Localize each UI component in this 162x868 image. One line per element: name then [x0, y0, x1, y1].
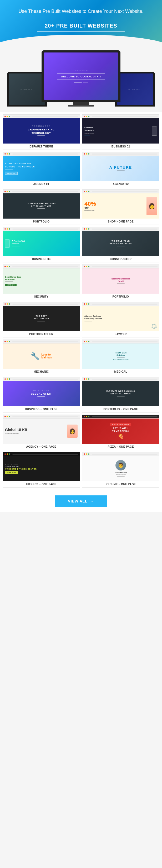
- dot-yellow: [6, 341, 8, 342]
- grid-item-resume-op[interactable]: 👨 Mark Hillery Web Designer RESUME – ONE…: [82, 452, 159, 488]
- item-label: PORTFOLIO: [82, 293, 159, 300]
- dot-red: [4, 416, 6, 417]
- grid-item-agency-op[interactable]: Global UI Kit Professional Agency 👩 AGEN…: [3, 414, 80, 450]
- grid-item-lawyer[interactable]: Advisory BusinessConsulting Services ⚖️ …: [82, 302, 159, 337]
- grid-item-portfolio-op[interactable]: ULTIMATE WEB BUILDINGKIT OF ALL TIMES PO…: [82, 377, 159, 412]
- grid-item-business-op[interactable]: WELCOME TO GLOBAL UI KIT BUSINESS – ONE …: [3, 377, 80, 412]
- grid-item-photographer[interactable]: THE BESTPHOTGRAFER PHOTOGRAPHER: [3, 302, 80, 337]
- thumb-text: GROUNDBREAKINGTECHNOLOGY: [28, 128, 55, 134]
- item-label: MECHANIC: [3, 369, 80, 375]
- dot-red: [4, 228, 6, 229]
- thumb-text: Best Home CareWith Love: [5, 276, 21, 280]
- dot-yellow: [86, 191, 87, 192]
- dot-yellow: [6, 416, 8, 417]
- item-label: MEDICAL: [82, 369, 159, 375]
- thumb-content: Advisory BusinessConsulting Services REA…: [3, 156, 80, 181]
- grid-item-portfolio2[interactable]: Beautiful websitesfor all PORTFOLIO: [82, 265, 159, 300]
- dot-green: [88, 228, 89, 229]
- thumb-content: WHAT'S NEXT? LOOSE THE FAT Awesome FITNE…: [3, 456, 80, 481]
- thumb-bar: [3, 265, 80, 269]
- grid-item-portfolio[interactable]: ULTIMATE WEB BUILDINGKIT OF ALL TIMES PO…: [3, 189, 80, 225]
- grid-item-business-02[interactable]: CreativeWebsites Jason Clarke BUSINESS 0…: [82, 115, 159, 150]
- thumb-pizza-op: PIZZA ONE PAGE EAT IT WITHYOUR FAMILY 🍕: [82, 415, 159, 444]
- header-title: Use These Pre Built Websites to Create Y…: [5, 8, 157, 15]
- grid-item-pizza-op[interactable]: PIZZA ONE PAGE EAT IT WITHYOUR FAMILY 🍕 …: [82, 414, 159, 450]
- monitor-base: [73, 102, 89, 105]
- thumb-fitness-op: WHAT'S NEXT? LOOSE THE FAT Awesome FITNE…: [3, 453, 80, 481]
- header-section: Use These Pre Built Websites to Create Y…: [0, 0, 162, 48]
- dot-green: [9, 266, 10, 267]
- item-label: PORTFOLIO: [3, 219, 80, 225]
- dot-green: [88, 266, 89, 267]
- thumb-text: Advisory BusinessConsulting Services: [5, 162, 35, 168]
- thumb-business-03: A Fraction WebSolution: [3, 227, 80, 256]
- dot-green: [88, 153, 89, 155]
- thumb-content: WELCOME TO GLOBAL UI KIT: [3, 381, 80, 406]
- grid-item-agency-02[interactable]: A FUTURE AGENCY 02: [82, 152, 159, 187]
- deco-line: [5, 169, 13, 169]
- nav-line: [12, 416, 78, 417]
- grid-item-shop-home[interactable]: 40% OFF Limited time offer 👩 SHOP HOME P…: [82, 189, 159, 225]
- dot-yellow: [6, 116, 8, 117]
- nav-line: [92, 304, 158, 305]
- thumb-bar: [82, 115, 159, 118]
- view-all-section: VIEW ALL →: [0, 490, 162, 512]
- dot-yellow: [6, 378, 8, 380]
- mock-phone: [5, 239, 10, 248]
- monitor-screen-text: WELCOME TO GLOBAL UI KIT: [57, 73, 105, 80]
- thumb-content: PIZZA ONE PAGE EAT IT WITHYOUR FAMILY 🍕: [82, 418, 159, 444]
- deco-line: [117, 357, 125, 358]
- dot-green: [88, 303, 89, 305]
- item-label: RESUME – ONE PAGE: [82, 481, 159, 487]
- nav-line: [92, 154, 158, 155]
- view-all-button[interactable]: VIEW ALL →: [55, 495, 107, 507]
- grid-item-medical[interactable]: Health CareSolution BEST TREATMENT CARE …: [82, 340, 159, 375]
- dot-green: [9, 153, 10, 155]
- thumb-text: GLOBAL UI KIT: [31, 392, 52, 396]
- grid-item-constructor[interactable]: WE BUILD YOURDREAMS AND HOME CONSTRUCTOR: [82, 227, 159, 262]
- thumb-content: THE BESTPHOTGRAFER: [3, 306, 80, 331]
- item-label: SECURITY: [3, 293, 80, 300]
- thumb-content: CreativeWebsites Jason Clarke: [82, 118, 159, 144]
- grid-item-business-03[interactable]: A Fraction WebSolution BUSINESS 03: [3, 227, 80, 262]
- grid-item-mechanic[interactable]: 🔧 Love toMaintain MECHANIC: [3, 340, 80, 375]
- thumb-photographer: THE BESTPHOTGRAFER: [3, 302, 80, 331]
- deco-line: [12, 246, 20, 246]
- dot-yellow: [86, 266, 87, 267]
- dot-green: [88, 416, 89, 417]
- thumb-bar: [3, 115, 80, 118]
- thumb-default-theme: TECHNOLOGY GROUNDBREAKINGTECHNOLOGY: [3, 115, 80, 144]
- item-label: AGENCY 02: [82, 181, 159, 187]
- thumb-bar: [3, 302, 80, 306]
- thumb-shop-home: 40% OFF Limited time offer 👩: [82, 190, 159, 219]
- monitor-main: GLOBAL UI KIT WELCOME TO GLOBAL UI KIT: [42, 51, 120, 102]
- dot-red: [84, 266, 85, 267]
- dot-yellow: [6, 266, 8, 267]
- nav-line: [12, 454, 78, 455]
- header-badge: 20+ PRE BUILT WEBSITES: [37, 20, 125, 32]
- dot-yellow: [6, 228, 8, 229]
- thumb-text: EAT IT WITHYOUR FAMILY: [112, 427, 129, 432]
- header-wave: [0, 35, 162, 48]
- grid-item-default-theme[interactable]: TECHNOLOGY GROUNDBREAKINGTECHNOLOGY DEFA…: [3, 115, 80, 150]
- grid-item-security[interactable]: Best Home CareWith Love MORE INFO SECURI…: [3, 265, 80, 300]
- grid-item-fitness-op[interactable]: WHAT'S NEXT? LOOSE THE FAT Awesome FITNE…: [3, 452, 80, 488]
- dot-red: [84, 454, 85, 455]
- nav-line: [12, 379, 78, 380]
- deco-line: [117, 170, 125, 171]
- fitness-accent: Awesome FITNESS CENTER: [5, 468, 37, 470]
- item-label: PORTFOLIO – ONE PAGE: [82, 406, 159, 412]
- thumb-bar: [82, 302, 159, 306]
- dot-yellow: [6, 454, 8, 455]
- nav-line: [92, 191, 158, 192]
- thumb-bar: [3, 227, 80, 231]
- shop-off: OFF: [84, 207, 89, 209]
- item-label: SHOP HOME PAGE: [82, 219, 159, 225]
- deco-line: [37, 396, 45, 397]
- thumb-content: 👨 Mark Hillery Web Designer: [82, 456, 159, 481]
- dot-green: [88, 191, 89, 192]
- dot-yellow: [86, 416, 87, 417]
- grid-item-agency-01[interactable]: Advisory BusinessConsulting Services REA…: [3, 152, 80, 187]
- thumb-text: THE BESTPHOTGRAFER: [34, 315, 49, 320]
- dot-yellow: [86, 378, 87, 380]
